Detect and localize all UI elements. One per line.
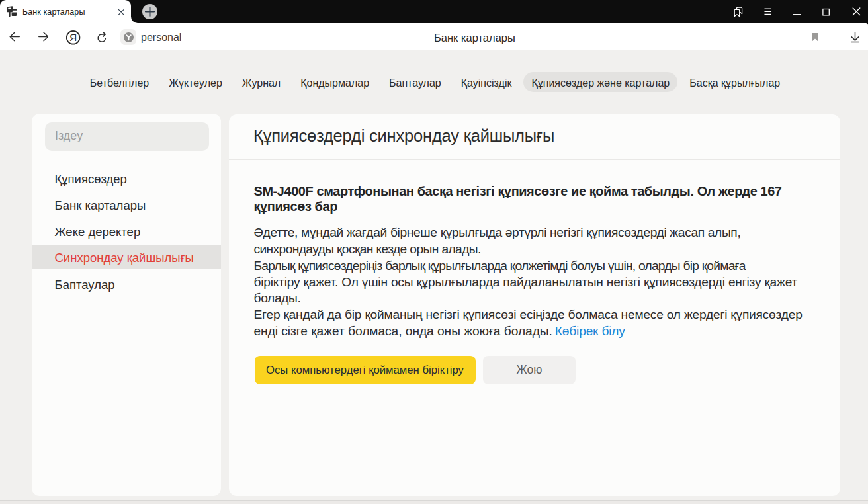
svg-text:Я: Я [69, 32, 77, 43]
